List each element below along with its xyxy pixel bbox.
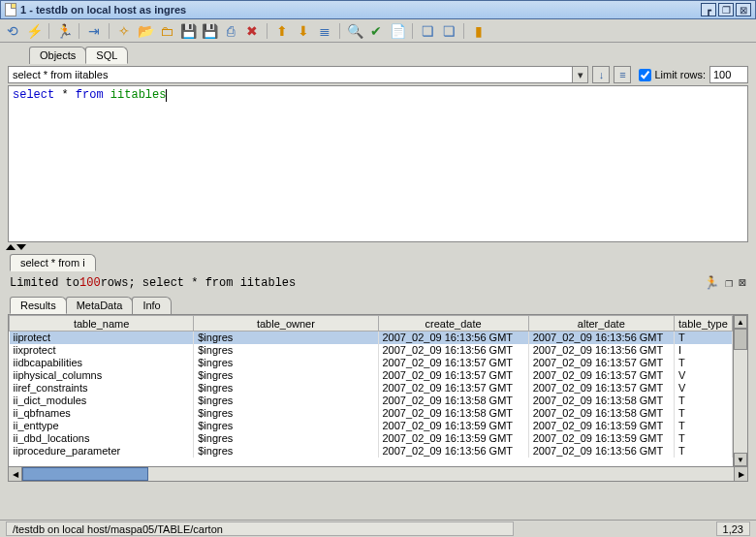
combo-dropdown-icon[interactable]: ▾ bbox=[572, 67, 587, 82]
refresh-icon[interactable]: ⟲ bbox=[4, 22, 21, 40]
tab-sql[interactable]: SQL bbox=[85, 47, 128, 64]
cell[interactable]: 2007_02_09 16:13:56 GMT bbox=[528, 344, 674, 357]
cell[interactable]: T bbox=[674, 357, 732, 369]
cell[interactable]: T bbox=[674, 395, 732, 407]
cell[interactable]: 2007_02_09 16:13:56 GMT bbox=[378, 332, 528, 344]
query-combo[interactable]: ▾ bbox=[8, 66, 588, 83]
cell[interactable]: 2007_02_09 16:13:59 GMT bbox=[528, 420, 674, 432]
cell[interactable]: 2007_02_09 16:13:57 GMT bbox=[378, 369, 528, 382]
scroll-thumb[interactable] bbox=[734, 329, 747, 350]
marker-icon[interactable]: ▮ bbox=[470, 22, 488, 40]
cell[interactable]: 2007_02_09 16:13:57 GMT bbox=[378, 382, 528, 395]
cell[interactable]: V bbox=[674, 369, 732, 382]
table-row[interactable]: ii_dbd_locations$ingres2007_02_09 16:13:… bbox=[10, 432, 733, 445]
table-row[interactable]: iiref_constraints$ingres2007_02_09 16:13… bbox=[10, 382, 733, 395]
cell[interactable]: $ingres bbox=[194, 395, 378, 407]
db-icon[interactable]: ≣ bbox=[316, 22, 333, 40]
cell[interactable]: $ingres bbox=[194, 432, 378, 445]
windows-icon[interactable]: ❏ bbox=[419, 22, 436, 40]
hscroll-track[interactable] bbox=[22, 467, 734, 481]
sql-editor[interactable]: select * from iitables bbox=[8, 85, 748, 242]
tab-info[interactable]: Info bbox=[132, 297, 171, 314]
cell[interactable]: iiphysical_columns bbox=[10, 369, 194, 382]
cell[interactable]: iiref_constraints bbox=[10, 382, 194, 395]
limit-rows-check[interactable]: Limit rows: bbox=[639, 69, 706, 81]
scroll-up-button[interactable]: ▲ bbox=[734, 315, 747, 329]
run-icon[interactable]: 🏃 bbox=[55, 22, 73, 40]
cell[interactable]: 2007_02_09 16:13:58 GMT bbox=[528, 407, 674, 420]
table-row[interactable]: ii_dict_modules$ingres2007_02_09 16:13:5… bbox=[10, 395, 733, 407]
cell[interactable]: 2007_02_09 16:13:59 GMT bbox=[378, 420, 528, 432]
col-table-owner[interactable]: table_owner bbox=[194, 316, 378, 332]
col-table-name[interactable]: table_name bbox=[10, 316, 194, 332]
cell[interactable]: iiprocedure_parameter bbox=[10, 445, 194, 458]
tab-metadata[interactable]: MetaData bbox=[66, 297, 134, 314]
delete-icon[interactable]: ✖ bbox=[243, 22, 261, 40]
table-row[interactable]: iixprotect$ingres2007_02_09 16:13:56 GMT… bbox=[10, 344, 733, 357]
cell[interactable]: $ingres bbox=[194, 407, 378, 420]
detach-icon[interactable]: ❐ bbox=[725, 275, 733, 291]
scroll-track[interactable] bbox=[734, 329, 747, 453]
limit-rows-input[interactable] bbox=[709, 66, 748, 83]
folder-icon[interactable]: 🗀 bbox=[158, 22, 175, 40]
tab-results[interactable]: Results bbox=[10, 297, 67, 314]
cell[interactable]: ii_dict_modules bbox=[10, 395, 194, 407]
col-table-type[interactable]: table_type bbox=[674, 316, 732, 332]
cell[interactable]: 2007_02_09 16:13:56 GMT bbox=[378, 445, 528, 458]
scroll-down-button[interactable]: ▼ bbox=[734, 453, 747, 466]
save-icon[interactable]: 💾 bbox=[179, 22, 197, 40]
cell[interactable]: 2007_02_09 16:13:57 GMT bbox=[528, 357, 674, 369]
save-as-icon[interactable]: 💾 bbox=[201, 22, 218, 40]
hscroll-thumb[interactable] bbox=[22, 467, 148, 481]
tab-objects[interactable]: Objects bbox=[29, 47, 86, 64]
col-create-date[interactable]: create_date bbox=[378, 316, 528, 332]
minimize-button[interactable]: ┏ bbox=[701, 3, 716, 16]
table-row[interactable]: ii_qbfnames$ingres2007_02_09 16:13:58 GM… bbox=[10, 407, 733, 420]
cell[interactable]: 2007_02_09 16:13:56 GMT bbox=[528, 445, 674, 458]
table-row[interactable]: iidbcapabilities$ingres2007_02_09 16:13:… bbox=[10, 357, 733, 369]
hscroll-right-button[interactable]: ▶ bbox=[734, 467, 747, 481]
result-tab-query[interactable]: select * from i bbox=[10, 254, 96, 271]
connect-icon[interactable]: ⚡ bbox=[25, 22, 43, 40]
close-result-icon[interactable]: ⊠ bbox=[739, 275, 746, 291]
cascade-icon[interactable]: ❏ bbox=[440, 22, 457, 40]
query-combo-input[interactable] bbox=[9, 67, 572, 82]
cell[interactable]: $ingres bbox=[194, 382, 378, 395]
table-row[interactable]: iiprotect$ingres2007_02_09 16:13:56 GMT2… bbox=[10, 332, 733, 344]
cell[interactable]: $ingres bbox=[194, 332, 378, 344]
vertical-scrollbar[interactable]: ▲ ▼ bbox=[733, 315, 747, 466]
cell[interactable]: T bbox=[674, 445, 732, 458]
col-alter-date[interactable]: alter_date bbox=[528, 316, 674, 332]
cell[interactable]: 2007_02_09 16:13:57 GMT bbox=[378, 357, 528, 369]
horizontal-scrollbar[interactable]: ◀ ▶ bbox=[8, 467, 748, 482]
search-icon[interactable]: 🔍 bbox=[346, 22, 363, 40]
cell[interactable]: T bbox=[674, 407, 732, 420]
cell[interactable]: $ingres bbox=[194, 445, 378, 458]
cell[interactable]: ii_enttype bbox=[10, 420, 194, 432]
close-button[interactable]: ⊠ bbox=[736, 3, 751, 16]
cell[interactable]: I bbox=[674, 344, 732, 357]
open-icon[interactable]: 📂 bbox=[137, 22, 154, 40]
cell[interactable]: 2007_02_09 16:13:56 GMT bbox=[528, 332, 674, 344]
cell[interactable]: $ingres bbox=[194, 357, 378, 369]
cell[interactable]: ii_qbfnames bbox=[10, 407, 194, 420]
export-icon[interactable]: ⇥ bbox=[85, 22, 103, 40]
cell[interactable]: 2007_02_09 16:13:56 GMT bbox=[378, 344, 528, 357]
cell[interactable]: V bbox=[674, 382, 732, 395]
cell[interactable]: T bbox=[674, 332, 732, 344]
cell[interactable]: 2007_02_09 16:13:58 GMT bbox=[378, 395, 528, 407]
cell[interactable]: 2007_02_09 16:13:59 GMT bbox=[378, 432, 528, 445]
cell[interactable]: $ingres bbox=[194, 369, 378, 382]
cell[interactable]: 2007_02_09 16:13:58 GMT bbox=[378, 407, 528, 420]
list-button[interactable]: ≡ bbox=[614, 66, 631, 83]
hscroll-left-button[interactable]: ◀ bbox=[9, 467, 22, 481]
cell[interactable]: $ingres bbox=[194, 344, 378, 357]
rerun-icon[interactable]: 🏃 bbox=[704, 275, 719, 291]
cell[interactable]: 2007_02_09 16:13:58 GMT bbox=[528, 395, 674, 407]
cell[interactable]: T bbox=[674, 432, 732, 445]
run-query-button[interactable]: ↓ bbox=[592, 66, 610, 83]
maximize-button[interactable]: ❐ bbox=[718, 3, 734, 16]
cell[interactable]: 2007_02_09 16:13:57 GMT bbox=[528, 382, 674, 395]
cell[interactable]: iidbcapabilities bbox=[10, 357, 194, 369]
limit-rows-checkbox[interactable] bbox=[639, 69, 651, 81]
